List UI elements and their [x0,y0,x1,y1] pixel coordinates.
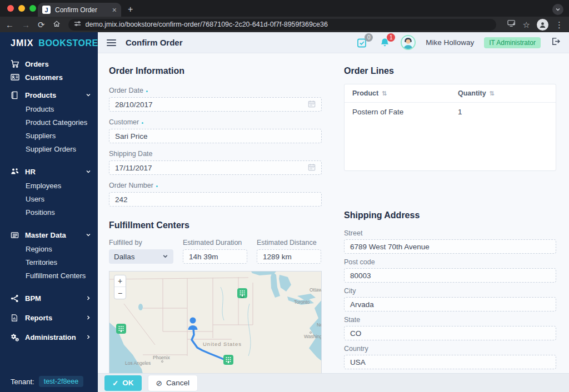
ban-icon: ⊘ [156,379,162,388]
sidebar-item-employees[interactable]: Employees [0,179,98,193]
tab-title: Confirm Order [55,6,108,14]
sidebar-item-supplier-orders[interactable]: Supplier Orders [0,143,98,156]
browser-menu-icon[interactable]: ⋮ [555,21,563,29]
check-icon: ✓ [112,379,118,388]
sidebar-group-administration: Administration [0,330,98,344]
sidebar-item-master-data-group[interactable]: Master Data [0,228,98,242]
sidebar-item-positions[interactable]: Positions [0,206,98,219]
fulfillment-map[interactable]: Los Angeles Phoenix Toronto Ottawa Washi… [109,271,322,373]
column-header-quantity[interactable]: Quantity⇅ [458,89,556,97]
notifications-button[interactable]: 1 [378,37,391,49]
country-label: Country [344,344,556,353]
app-logo[interactable]: JMIXBOOKSTORE [0,32,98,54]
zoom-in-button[interactable]: + [114,275,126,287]
sidebar-item-hr-group[interactable]: HR [0,165,98,178]
bookmark-star-icon[interactable]: ☆ [523,21,530,29]
window-minimize-button[interactable] [18,5,25,12]
estimated-duration-label: Estimated Duration [183,238,247,247]
chevron-right-icon [86,333,91,341]
fulfilled-by-select[interactable]: Dallas [109,249,173,264]
customer-label: Customer [109,118,322,127]
sidebar-item-administration-group[interactable]: Administration [0,330,98,344]
sidebar-item-products[interactable]: Products [0,103,98,116]
sidebar-group-label: Master Data [25,231,66,239]
cancel-button[interactable]: ⊘ Cancel [148,375,197,391]
sidebar-item-product-categories[interactable]: Product Categories [0,116,98,129]
report-document-icon [11,313,19,322]
calendar-icon[interactable] [308,163,316,173]
map-label-los-angeles: Los Angeles [125,360,151,366]
back-icon[interactable]: ← [6,21,14,29]
logo-text-jmix: JMIX [11,38,33,48]
tasks-count-badge: 0 [365,33,373,42]
city-field: Arvada [344,297,556,311]
sidebar-item-customers[interactable]: Customers [0,71,98,84]
chevron-down-icon [86,91,91,99]
estimated-distance-field: 1289 km [257,249,321,264]
sidebar-item-reports-group[interactable]: Reports [0,311,98,324]
site-settings-icon[interactable] [74,19,81,29]
table-row[interactable]: Postern of Fate 1 [345,103,556,121]
column-header-product[interactable]: Product⇅ [345,89,458,97]
browser-tab[interactable]: J Confirm Order × [38,3,121,17]
order-date-label: Order Date [109,86,322,95]
sidebar-item-orders[interactable]: Orders [0,57,98,71]
sidebar-item-fulfillment-centers[interactable]: Fulfillment Centers [0,269,98,283]
book-icon [11,91,19,99]
tab-search-chevron-icon[interactable] [552,4,563,15]
tab-close-icon[interactable]: × [112,6,117,14]
sidebar: JMIXBOOKSTORE Orders Customers [0,32,98,392]
new-tab-button[interactable]: + [128,4,133,14]
window-close-button[interactable] [7,5,14,12]
street-label: Street [344,229,556,238]
fulfillment-centers-heading: Fulfillment Centers [109,220,322,231]
sidebar-group-hr: HR Employees Users Positions [0,165,98,219]
customer-field: Sari Price [109,129,322,143]
browser-profile-icon[interactable] [537,19,548,31]
tenant-info: Tenant: test-2f8eee [11,376,83,387]
sidebar-item-regions[interactable]: Regions [0,243,98,256]
calendar-icon[interactable] [308,100,316,109]
sidebar-item-users[interactable]: Users [0,193,98,206]
install-app-icon[interactable] [507,19,516,29]
home-icon[interactable] [53,20,61,29]
notifications-count-badge: 1 [387,33,395,42]
order-date-field: 28/10/2017 [109,97,322,112]
jmix-favicon-icon: J [42,6,51,14]
map-label-ottawa: Ottawa [310,287,322,293]
tenant-label: Tenant: [11,378,34,386]
sidebar-group-label: HR [25,168,36,176]
zoom-out-button[interactable]: − [114,287,126,299]
menu-toggle-icon[interactable] [107,39,116,46]
sidebar-group-label: BPM [25,294,41,303]
map-zoom-controls: + − [114,275,126,299]
cell-product: Postern of Fate [345,108,458,116]
sidebar-item-territories[interactable]: Territories [0,256,98,269]
window-controls[interactable] [7,5,36,12]
sidebar-item-bpm-group[interactable]: BPM [0,292,98,305]
user-avatar[interactable] [401,35,416,50]
tenant-badge: test-2f8eee [39,376,84,387]
sidebar-group-label: Reports [25,314,52,322]
sidebar-item-products-group[interactable]: Products [0,88,98,102]
map-label-united-states: United States [203,341,242,347]
sidebar-group-label: Administration [25,333,76,341]
order-number-label: Order Number [109,181,322,190]
street-field: 6789 West 70th Avenue [344,239,556,254]
url-bar[interactable]: demo.jmix.io/bookstore/confirm-order/768… [68,19,496,31]
sidebar-item-suppliers[interactable]: Suppliers [0,129,98,143]
id-card-icon [11,73,19,82]
window-maximize-button[interactable] [29,5,36,12]
cart-icon [11,59,19,68]
chevron-down-icon [86,231,91,239]
sidebar-group-reports: Reports [0,311,98,324]
ok-button[interactable]: ✓ OK [104,375,142,391]
page-title: Confirm Order [126,38,183,47]
logout-icon[interactable] [551,37,560,48]
reload-icon[interactable]: ⟳ [38,21,45,29]
user-name[interactable]: Mike Holloway [426,38,474,47]
forward-icon[interactable]: → [22,21,30,29]
tasks-button[interactable]: 0 [356,37,368,49]
estimated-duration-field: 14h 39m [183,249,247,264]
sort-icon: ⇅ [490,90,495,97]
